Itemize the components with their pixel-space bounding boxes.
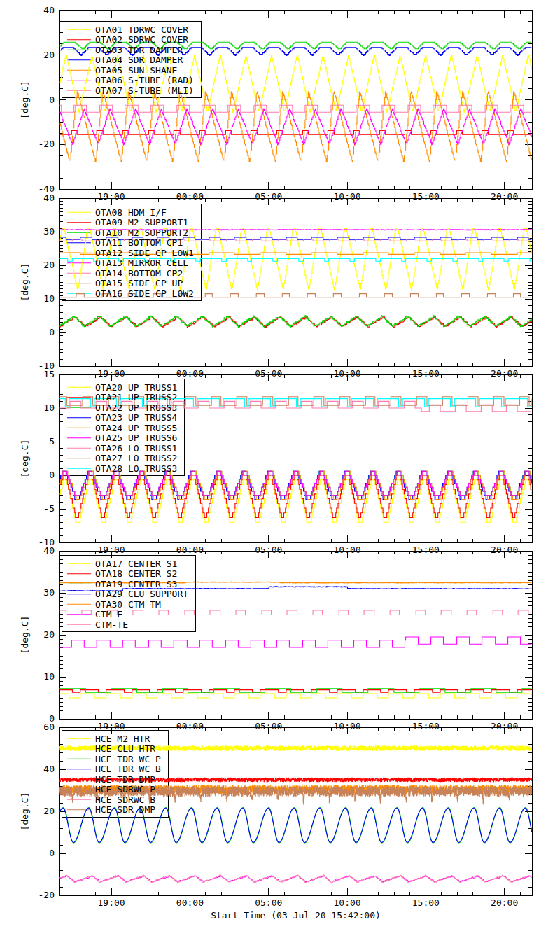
legend-entry: HCE TDR WC P [95,754,161,764]
y-tick-label: 20 [43,629,55,640]
series-ota17-center-s1 [59,694,531,698]
x-tick-label: 00:00 [176,897,204,908]
y-tick-label: -20 [38,890,55,900]
legend-entry: OTA24 UP TRUSS5 [95,423,177,433]
legend-entry: HCE SDR DMP [95,804,155,815]
legend-entry: OTA01 TDRWC COVER [95,24,188,35]
x-tick-label: 05:00 [255,897,282,908]
y-tick-label: 0 [49,94,55,105]
y-tick-label: 60 [43,722,55,732]
legend-entry: OTA23 UP TRUSS4 [95,412,178,423]
temperature-multipanel-chart: -40-200204019:0000:0005:0010:0015:0020:0… [0,0,560,945]
legend-entry: OTA07 S-TUBE (MLI) [95,85,194,96]
legend-entry: OTA30 CTM-TM [95,599,161,610]
x-axis-title: Start Time (03-Jul-20 15:42:00) [211,910,381,920]
legend-entry: OTA27 LO TRUSS2 [95,453,177,463]
legend-entry: OTA26 LO TRUSS1 [95,443,177,454]
y-tick-label: 40 [43,545,55,556]
series-ota05-sun-shane [59,92,531,162]
legend-entry: HCE TDR DMP [95,774,155,785]
legend-entry: OTA10 M2 SUPPORT2 [95,227,188,238]
series-ctm-e [59,637,531,648]
x-tick-label: 19:00 [98,897,125,908]
legend-entry: HCE SDRWC P [95,784,155,794]
legend-entry: OTA29 CLU SUPPORT [95,589,188,599]
y-tick-label: 10 [43,293,55,304]
y-tick-label: 40 [43,764,55,774]
y-tick-label: -20 [38,139,55,149]
series-hce-sdrwc-p [59,876,531,883]
y-tick-label: 30 [43,226,55,237]
legend-entry: OTA13 MIRROR CELL [95,258,188,268]
legend-entry: HCE M2 HTR [95,734,150,744]
legend-entry: HCE SDRWC B [95,794,155,805]
legend-entry: OTA05 SUN SHANE [95,65,177,76]
legend-entry: OTA08 HDM I/F [95,207,167,218]
telemetry-figure: -40-200204019:0000:0005:0010:0015:0020:0… [0,0,560,945]
y-tick-label: 20 [43,50,55,60]
legend-entry: OTA12 SIDE CP LOW1 [95,248,194,258]
legend-entry: HCE CLU HTR [95,743,155,754]
series-ota19-center-s3 [59,689,531,692]
series-ota06-s-tube-rad- [59,108,531,144]
y-tick-label: 20 [43,806,55,816]
legend-entry: OTA18 CENTER S2 [95,568,177,579]
legend-entry: OTA11 BOTTOM CP1 [95,237,183,248]
y-tick-label: -5 [43,503,55,514]
y-tick-label: 20 [43,260,55,270]
legend-entry: OTA02 SDRWC COVER [95,34,188,45]
legend-entry: CTM-E [95,609,122,620]
y-axis-label: [deg.C] [20,440,30,478]
y-tick-label: 10 [43,671,55,682]
y-tick-label: 0 [49,470,55,480]
x-tick-label: 20:00 [491,897,518,908]
y-axis-label: [deg.C] [20,792,30,831]
series-ota10-m2-support2 [59,316,531,328]
y-axis-label: [deg.C] [20,616,30,654]
legend-entry: OTA17 CENTER S1 [95,559,177,569]
legend-entry: OTA04 SDR DAMPER [95,55,183,65]
series-ctm-te [59,610,531,615]
legend-entry: OTA28 LO TRUSS3 [95,463,177,474]
legend-entry: OTA21 UP TRUSS2 [95,392,177,402]
legend-entry: OTA14 BOTTOM CP2 [95,268,183,279]
y-tick-label: 40 [43,5,55,15]
x-tick-label: 15:00 [412,897,440,908]
y-tick-label: 10 [43,402,55,413]
legend-entry: OTA20 UP TRUSS1 [95,382,177,393]
series-ota22-up-truss3 [59,471,531,496]
legend-entry: OTA09 M2 SUPPORT1 [95,217,188,227]
series-ota25-up-truss6 [59,471,531,496]
y-tick-label: 5 [49,436,55,447]
legend-entry: OTA15 SIDE CP UP [95,278,183,288]
y-tick-label: 0 [49,848,55,858]
y-tick-label: 40 [43,192,55,203]
y-axis-label: [deg.C] [20,263,30,302]
legend-entry: OTA19 CENTER S3 [95,579,177,589]
y-tick-label: 30 [43,587,55,598]
legend-entry: OTA03 TDR DAMPER [95,45,183,55]
legend-entry: OTA22 UP TRUSS3 [95,402,177,413]
x-tick-label: 10:00 [333,897,360,908]
series-hce-sdrwc-b [59,875,531,883]
y-tick-label: 0 [49,327,55,337]
legend-entry: OTA25 UP TRUSS6 [95,433,177,443]
legend-entry: OTA06 S-TUBE (RAD) [95,75,194,85]
legend-entry: HCE TDR WC B [95,764,161,774]
y-tick-label: 15 [43,369,55,379]
legend-entry: OTA16 SIDE CP LOW2 [95,288,194,299]
y-axis-label: [deg.C] [20,80,30,119]
legend-entry: CTM-TE [95,620,128,630]
